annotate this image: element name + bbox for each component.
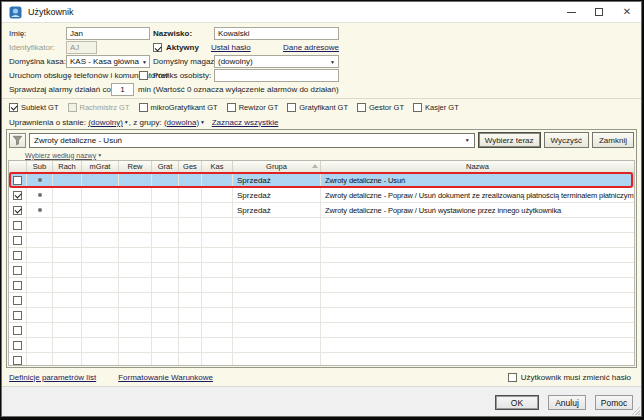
row-checkbox[interactable] xyxy=(13,206,22,215)
active-checkbox[interactable] xyxy=(153,43,162,52)
column-header-grupa[interactable]: Grupa xyxy=(233,161,321,172)
permission-row[interactable]: SprzedażZwroty detaliczne - Popraw / Usu… xyxy=(9,203,634,218)
cell-grupa xyxy=(233,233,321,248)
default-warehouse-dropdown[interactable]: (dowolny)▼ xyxy=(214,55,339,68)
row-checkbox[interactable] xyxy=(13,251,22,260)
empty-row[interactable] xyxy=(9,293,634,308)
cell-empty xyxy=(27,278,53,293)
empty-row[interactable] xyxy=(9,323,634,338)
row-checkbox[interactable] xyxy=(13,236,22,245)
product-checkbox-subiekt-gt[interactable]: Subiekt GT xyxy=(9,103,59,112)
row-checkbox[interactable] xyxy=(13,326,22,335)
row-checkbox[interactable] xyxy=(13,266,22,275)
column-header-sub[interactable]: Sub xyxy=(27,161,53,172)
checkbox[interactable] xyxy=(9,103,18,112)
checkbox[interactable] xyxy=(139,103,148,112)
column-header-nazwa[interactable]: Nazwa xyxy=(321,161,634,172)
cell-empty xyxy=(82,308,119,323)
dialog-footer: OK Anuluj Pomoc xyxy=(2,386,641,416)
row-select-cell[interactable] xyxy=(9,203,27,218)
empty-row[interactable] xyxy=(9,353,634,366)
column-header-kas[interactable]: Kas xyxy=(202,161,233,172)
row-checkbox[interactable] xyxy=(13,296,22,305)
column-header-select[interactable] xyxy=(9,161,27,172)
clear-button[interactable]: Wyczyść xyxy=(544,132,589,148)
product-checkbox-kasjer-gt[interactable]: Kasjer GT xyxy=(413,103,459,112)
product-checkbox-rewizor-gt[interactable]: Rewizor GT xyxy=(227,103,279,112)
row-select-cell[interactable] xyxy=(9,278,27,293)
row-select-cell[interactable] xyxy=(9,233,27,248)
close-button[interactable]: ✕ xyxy=(613,2,641,22)
minimize-button[interactable] xyxy=(557,2,585,22)
first-name-input[interactable] xyxy=(66,27,150,40)
row-select-cell[interactable] xyxy=(9,308,27,323)
row-select-cell[interactable] xyxy=(9,353,27,366)
checkbox[interactable] xyxy=(227,103,236,112)
column-header-rew[interactable]: Rew xyxy=(119,161,152,172)
choose-now-button[interactable]: Wybierz teraz xyxy=(478,132,541,148)
row-checkbox[interactable] xyxy=(13,311,22,320)
subiekt-dot-icon xyxy=(38,193,42,197)
checkbox[interactable] xyxy=(413,103,422,112)
column-header-grat[interactable]: Grat xyxy=(152,161,179,172)
must-change-password-row[interactable]: Użytkownik musi zmienić hasło xyxy=(508,373,631,382)
address-data-link[interactable]: Dane adresowe xyxy=(283,43,339,52)
empty-row[interactable] xyxy=(9,308,634,323)
product-checkbox-gratyfikant-gt[interactable]: Gratyfikant GT xyxy=(287,103,348,112)
checkbox[interactable] xyxy=(357,103,366,112)
select-all-link[interactable]: Zaznacz wszystkie xyxy=(212,118,279,127)
permission-row[interactable]: SprzedażZwroty detaliczne - Usuń xyxy=(9,173,634,188)
close-panel-button[interactable]: Zamknij xyxy=(592,132,634,148)
list-parameters-link[interactable]: Definicje parametrów list xyxy=(9,373,96,382)
row-select-cell[interactable] xyxy=(9,338,27,353)
last-name-input[interactable] xyxy=(214,27,339,40)
group-filter-value[interactable]: (dowolna) xyxy=(164,118,199,127)
row-checkbox[interactable] xyxy=(13,176,22,185)
select-by-name-link[interactable]: Wybierz według nazwy xyxy=(25,152,96,159)
empty-row[interactable] xyxy=(9,278,634,293)
row-select-cell[interactable] xyxy=(9,173,27,188)
row-select-cell[interactable] xyxy=(9,218,27,233)
empty-row[interactable] xyxy=(9,263,634,278)
row-select-cell[interactable] xyxy=(9,188,27,203)
product-checkbox-gestor-gt[interactable]: Gestor GT xyxy=(357,103,404,112)
empty-row[interactable] xyxy=(9,338,634,353)
conditional-formatting-link[interactable]: Formatowanie Warunkowe xyxy=(118,373,213,382)
alarm-interval-input[interactable] xyxy=(111,83,134,96)
column-header-ges[interactable]: Ges xyxy=(179,161,202,172)
row-checkbox[interactable] xyxy=(13,356,22,365)
must-change-password-checkbox[interactable] xyxy=(508,373,517,382)
row-select-cell[interactable] xyxy=(9,323,27,338)
row-select-cell[interactable] xyxy=(9,263,27,278)
permission-search-combobox[interactable]: Zwroty detaliczne - Usuń ▼ xyxy=(29,133,475,148)
row-select-cell[interactable] xyxy=(9,293,27,308)
cell-grupa xyxy=(233,218,321,233)
permission-row[interactable]: SprzedażZwroty detaliczne - Popraw / Usu… xyxy=(9,188,634,203)
row-checkbox[interactable] xyxy=(13,221,22,230)
maximize-button[interactable] xyxy=(585,2,613,22)
ok-button[interactable]: OK xyxy=(495,395,539,410)
help-button[interactable]: Pomoc xyxy=(595,395,633,410)
default-cash-dropdown[interactable]: KAS - Kasa główna▼ xyxy=(66,55,150,68)
row-checkbox[interactable] xyxy=(13,191,22,200)
filter-button[interactable] xyxy=(9,133,26,148)
empty-row[interactable] xyxy=(9,218,634,233)
column-header-mgrat[interactable]: mGrat xyxy=(82,161,119,172)
row-select-cell[interactable] xyxy=(9,248,27,263)
set-password-link[interactable]: Ustal hasło xyxy=(211,43,251,52)
row-checkbox[interactable] xyxy=(13,281,22,290)
product-label: Rachmistrz GT xyxy=(80,103,130,112)
cancel-button[interactable]: Anuluj xyxy=(548,395,586,410)
resize-grip[interactable] xyxy=(629,404,640,415)
product-checkbox-mikrogratyfikant-gt[interactable]: mikroGratyfikant GT xyxy=(139,103,218,112)
checkbox[interactable] xyxy=(287,103,296,112)
state-filter-value[interactable]: (dowolny) xyxy=(88,118,123,127)
phone-service-checkbox[interactable] xyxy=(139,71,148,80)
search-row: Zwroty detaliczne - Usuń ▼ Wybierz teraz… xyxy=(7,130,636,150)
cell-empty xyxy=(152,278,179,293)
empty-row[interactable] xyxy=(9,248,634,263)
column-header-rach[interactable]: Rach xyxy=(53,161,82,172)
personal-prefix-input[interactable] xyxy=(214,69,339,82)
row-checkbox[interactable] xyxy=(13,341,22,350)
empty-row[interactable] xyxy=(9,233,634,248)
